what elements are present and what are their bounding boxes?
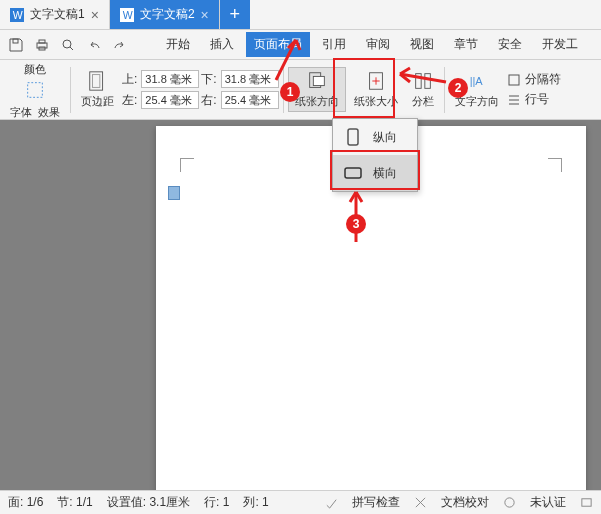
svg-text:||A: ||A bbox=[469, 75, 483, 87]
svg-rect-15 bbox=[415, 74, 421, 89]
columns-button[interactable]: 分栏 bbox=[406, 68, 440, 111]
status-page[interactable]: 面: 1/6 bbox=[8, 494, 43, 511]
orientation-landscape[interactable]: 横向 bbox=[333, 155, 417, 191]
lineno-icon bbox=[507, 93, 521, 107]
doc-tab-1[interactable]: W 文字文稿1 × bbox=[0, 0, 110, 29]
margin-left-input[interactable] bbox=[141, 91, 199, 109]
margin-inputs: 上: 左: bbox=[122, 70, 199, 109]
save-icon[interactable] bbox=[8, 37, 24, 53]
svg-rect-4 bbox=[13, 39, 18, 43]
portrait-icon bbox=[343, 127, 363, 147]
menu-section[interactable]: 章节 bbox=[446, 32, 486, 57]
annotation-badge-3: 3 bbox=[346, 214, 366, 234]
annotation-badge-1: 1 bbox=[280, 82, 300, 102]
orientation-portrait[interactable]: 纵向 bbox=[333, 119, 417, 155]
word-doc-icon: W bbox=[120, 8, 134, 22]
print-icon[interactable] bbox=[34, 37, 50, 53]
palette-icon bbox=[24, 79, 46, 101]
document-tabs-bar: W 文字文稿1 × W 文字文稿2 × + bbox=[0, 0, 601, 30]
auth-icon[interactable] bbox=[503, 496, 516, 509]
doc-tab-label: 文字文稿2 bbox=[140, 6, 195, 23]
menu-view[interactable]: 视图 bbox=[402, 32, 442, 57]
status-bar: 面: 1/6 节: 1/1 设置值: 3.1厘米 行: 1 列: 1 拼写检查 … bbox=[0, 490, 601, 514]
breaks-button[interactable]: 分隔符 bbox=[507, 71, 561, 88]
status-row[interactable]: 行: 1 bbox=[204, 494, 229, 511]
svg-rect-13 bbox=[313, 76, 324, 85]
svg-rect-16 bbox=[425, 74, 431, 89]
close-icon[interactable]: × bbox=[201, 7, 209, 23]
breaks-group: 分隔符 行号 bbox=[507, 71, 561, 108]
proof-icon[interactable] bbox=[414, 496, 427, 509]
line-number-button[interactable]: 行号 bbox=[507, 91, 561, 108]
menu-insert[interactable]: 插入 bbox=[202, 32, 242, 57]
margin-bottom-input[interactable] bbox=[221, 70, 279, 88]
margin-corner bbox=[180, 158, 194, 172]
margin-top-input[interactable] bbox=[141, 70, 199, 88]
new-tab-button[interactable]: + bbox=[220, 0, 250, 29]
svg-rect-6 bbox=[39, 40, 45, 43]
menu-review[interactable]: 审阅 bbox=[358, 32, 398, 57]
landscape-icon bbox=[343, 163, 363, 183]
status-setval[interactable]: 设置值: 3.1厘米 bbox=[107, 494, 190, 511]
status-proof[interactable]: 文档校对 bbox=[441, 494, 489, 511]
status-spell[interactable]: 拼写检查 bbox=[352, 494, 400, 511]
margin-corner bbox=[548, 158, 562, 172]
svg-rect-19 bbox=[348, 129, 358, 145]
menu-reference[interactable]: 引用 bbox=[314, 32, 354, 57]
undo-icon[interactable] bbox=[86, 37, 102, 53]
margin-inputs-2: 下: 右: bbox=[201, 70, 278, 109]
svg-text:W: W bbox=[123, 8, 133, 20]
paper-size-icon bbox=[365, 70, 387, 92]
quick-access-toolbar bbox=[8, 37, 128, 53]
effect-label[interactable]: 效果 bbox=[38, 105, 60, 120]
svg-rect-22 bbox=[582, 499, 591, 506]
margin-right-input[interactable] bbox=[221, 91, 279, 109]
doc-tab-2[interactable]: W 文字文稿2 × bbox=[110, 0, 220, 29]
columns-icon bbox=[412, 70, 434, 92]
spell-icon[interactable] bbox=[325, 496, 338, 509]
status-col[interactable]: 列: 1 bbox=[243, 494, 268, 511]
svg-point-8 bbox=[63, 40, 71, 48]
svg-rect-9 bbox=[28, 82, 43, 97]
status-section[interactable]: 节: 1/1 bbox=[57, 494, 92, 511]
color-button[interactable]: 颜色 bbox=[18, 60, 52, 103]
view-mode-icon[interactable] bbox=[580, 496, 593, 509]
menu-dev[interactable]: 开发工 bbox=[534, 32, 586, 57]
status-auth[interactable]: 未认证 bbox=[530, 494, 566, 511]
document-area[interactable] bbox=[0, 120, 601, 490]
ribbon: 颜色 字体 效果 页边距 上: 左: 下: 右: 纸张方向 纸张大小 分栏 ||… bbox=[0, 60, 601, 120]
orientation-dropdown: 纵向 横向 bbox=[332, 118, 418, 192]
page-thumbnail-icon bbox=[168, 186, 180, 200]
menu-security[interactable]: 安全 bbox=[490, 32, 530, 57]
toolbar-row: 开始 插入 页面布局 引用 审阅 视图 章节 安全 开发工 bbox=[0, 30, 601, 60]
svg-rect-11 bbox=[92, 75, 99, 88]
ribbon-theme-group: 颜色 字体 效果 bbox=[4, 60, 66, 119]
svg-rect-18 bbox=[509, 75, 519, 85]
doc-tab-label: 文字文稿1 bbox=[30, 6, 85, 23]
paper-size-button[interactable]: 纸张大小 bbox=[348, 68, 404, 111]
svg-rect-20 bbox=[345, 168, 361, 178]
breaks-icon bbox=[507, 73, 521, 87]
close-icon[interactable]: × bbox=[91, 7, 99, 23]
menu-page-layout[interactable]: 页面布局 bbox=[246, 32, 310, 57]
font-label[interactable]: 字体 bbox=[10, 105, 32, 120]
preview-icon[interactable] bbox=[60, 37, 76, 53]
word-doc-icon: W bbox=[10, 8, 24, 22]
svg-text:W: W bbox=[13, 8, 23, 20]
orientation-icon bbox=[306, 70, 328, 92]
redo-icon[interactable] bbox=[112, 37, 128, 53]
margins-icon bbox=[87, 70, 109, 92]
text-direction-icon: ||A bbox=[466, 70, 488, 92]
main-menu: 开始 插入 页面布局 引用 审阅 视图 章节 安全 开发工 bbox=[158, 32, 586, 57]
menu-start[interactable]: 开始 bbox=[158, 32, 198, 57]
svg-point-21 bbox=[505, 498, 514, 507]
annotation-badge-2: 2 bbox=[448, 78, 468, 98]
margins-button[interactable]: 页边距 bbox=[75, 68, 120, 111]
